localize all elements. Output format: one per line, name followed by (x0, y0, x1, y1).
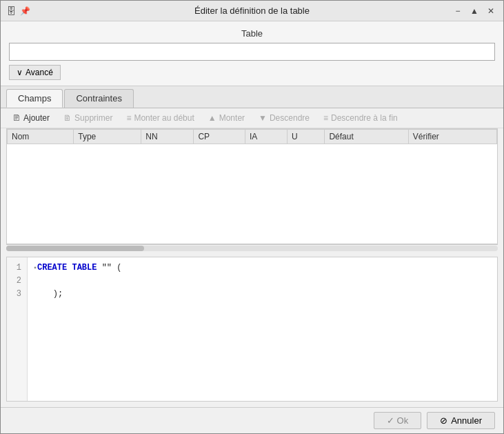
window-title: Éditer la définition de la table (194, 6, 310, 16)
ajouter-icon: 🖹 (12, 113, 21, 123)
col-nn: NN (141, 130, 194, 144)
descendre-label: Descendre (270, 113, 310, 123)
cancel-button[interactable]: ⊘ Annuler (427, 412, 495, 429)
app-icon: 🗄 (6, 6, 16, 17)
table-definition-section: Table ∨ Avancé (1, 21, 503, 86)
avance-label: Avancé (26, 68, 53, 77)
toolbar: 🖹 Ajouter 🗎 Supprimer ≡ Monter au début … (1, 108, 503, 128)
sql-preview: 1 2 3 ▪CREATE TABLE "" ( ); (6, 257, 498, 402)
descendre-fin-label: Descendre à la fin (331, 113, 398, 123)
line-numbers: 1 2 3 (7, 257, 28, 402)
table-name-input[interactable] (9, 43, 495, 61)
descendre-icon: ▼ (259, 113, 267, 123)
line-num-1: 1 (12, 262, 21, 275)
tab-champs[interactable]: Champs (6, 89, 63, 108)
fields-table-container: Nom Type NN CP IA U Défaut Vérifier (6, 128, 498, 244)
tabs-container: Champs Contraintes (1, 86, 503, 108)
sql-line-3: ); (33, 289, 63, 299)
sql-content: 1 2 3 ▪CREATE TABLE "" ( ); (7, 257, 497, 402)
tab-champs-label: Champs (18, 93, 51, 103)
ajouter-label: Ajouter (23, 113, 50, 123)
supprimer-button[interactable]: 🗎 Supprimer (57, 111, 119, 125)
main-window: 🗄 📌 Éditer la définition de la table − ▲… (0, 0, 504, 434)
titlebar: 🗄 📌 Éditer la définition de la table − ▲… (1, 1, 503, 21)
cancel-label: Annuler (451, 415, 482, 426)
cancel-icon: ⊘ (440, 415, 447, 426)
monter-icon: ▲ (208, 113, 216, 123)
col-u: U (288, 130, 325, 144)
col-defaut: Défaut (325, 130, 408, 144)
titlebar-left: 🗄 📌 (6, 6, 30, 17)
scrollbar-track (6, 246, 498, 251)
line-num-2: 2 (12, 275, 21, 288)
main-area: 🖹 Ajouter 🗎 Supprimer ≡ Monter au début … (1, 108, 503, 407)
supprimer-label: Supprimer (74, 113, 112, 123)
supprimer-icon: 🗎 (63, 113, 72, 123)
footer: ✓ Ok ⊘ Annuler (1, 407, 503, 433)
avance-arrow: ∨ (17, 68, 23, 77)
tab-contraintes-label: Contraintes (76, 93, 121, 103)
col-type: Type (74, 130, 141, 144)
tab-contraintes[interactable]: Contraintes (64, 89, 133, 108)
table-header-row: Nom Type NN CP IA U Défaut Vérifier (8, 130, 497, 144)
sql-table-name: "" ( (97, 263, 121, 273)
scrollbar-thumb[interactable] (6, 246, 144, 251)
pin-icon: 📌 (20, 6, 30, 16)
descendre-fin-icon: ≡ (323, 113, 328, 123)
minimize-button[interactable]: − (451, 4, 465, 18)
close-button[interactable]: ✕ (484, 4, 498, 18)
descendre-button[interactable]: ▼ Descendre (252, 111, 316, 125)
monter-debut-button[interactable]: ≡ Monter au début (120, 111, 200, 125)
monter-label: Monter (219, 113, 245, 123)
col-cp: CP (194, 130, 245, 144)
line-num-3: 3 (12, 288, 21, 301)
descendre-fin-button[interactable]: ≡ Descendre à la fin (317, 111, 404, 125)
fields-table: Nom Type NN CP IA U Défaut Vérifier (7, 129, 497, 144)
table-label: Table (9, 28, 495, 39)
titlebar-controls: − ▲ ✕ (451, 4, 498, 18)
sql-keyword-create: CREATE TABLE (37, 263, 97, 273)
col-verifier: Vérifier (408, 130, 496, 144)
champs-area: 🖹 Ajouter 🗎 Supprimer ≡ Monter au début … (1, 108, 503, 253)
avance-button[interactable]: ∨ Avancé (9, 65, 61, 80)
window-content: Table ∨ Avancé Champs Contraintes 🖹 (1, 21, 503, 407)
ok-label: ✓ Ok (387, 415, 408, 426)
monter-debut-icon: ≡ (126, 113, 131, 123)
ok-button[interactable]: ✓ Ok (374, 412, 421, 429)
col-nom: Nom (8, 130, 74, 144)
sql-code: ▪CREATE TABLE "" ( ); (28, 257, 497, 402)
monter-debut-label: Monter au début (134, 113, 194, 123)
maximize-button[interactable]: ▲ (467, 4, 481, 18)
ajouter-button[interactable]: 🖹 Ajouter (6, 111, 56, 125)
monter-button[interactable]: ▲ Monter (202, 111, 251, 125)
horizontal-scrollbar[interactable] (6, 244, 498, 253)
col-ia: IA (245, 130, 287, 144)
